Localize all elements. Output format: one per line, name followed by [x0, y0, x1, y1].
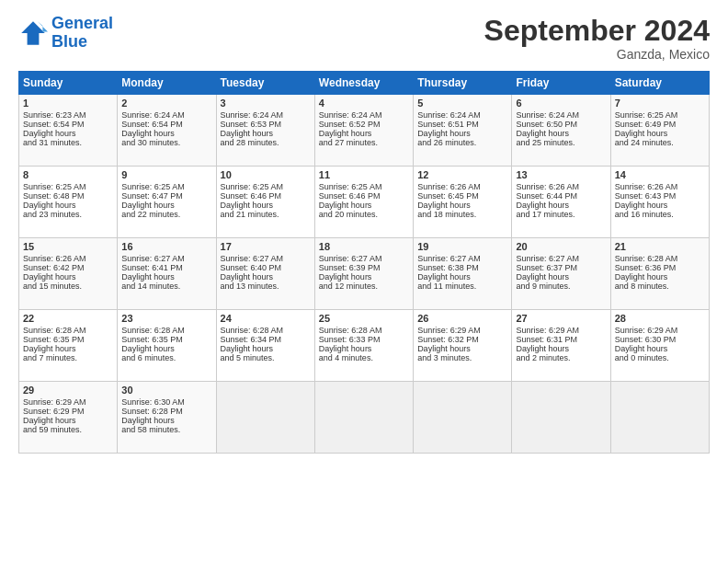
sunset-text: Sunset: 6:54 PM: [121, 120, 183, 129]
table-row: 14Sunrise: 6:26 AMSunset: 6:43 PMDayligh…: [610, 167, 709, 238]
sunrise-text: Sunrise: 6:28 AM: [23, 326, 86, 335]
table-row: 7Sunrise: 6:25 AMSunset: 6:49 PMDaylight…: [610, 95, 709, 167]
table-row: [512, 382, 610, 454]
daylight-value: and 8 minutes.: [615, 282, 669, 291]
day-number: 25: [319, 313, 409, 324]
day-number: 21: [615, 241, 705, 252]
table-row: 6Sunrise: 6:24 AMSunset: 6:50 PMDaylight…: [512, 95, 610, 167]
col-friday: Friday: [512, 72, 610, 95]
sunset-text: Sunset: 6:51 PM: [417, 120, 479, 129]
sunset-text: Sunset: 6:29 PM: [23, 407, 85, 416]
daylight-value: and 17 minutes.: [516, 210, 574, 219]
day-number: 28: [615, 313, 705, 324]
daylight-value: and 30 minutes.: [121, 138, 180, 147]
col-monday: Monday: [118, 72, 216, 95]
daylight-label: Daylight hours: [615, 272, 668, 282]
sunset-text: Sunset: 6:45 PM: [417, 191, 479, 201]
sunrise-text: Sunrise: 6:28 AM: [615, 254, 678, 263]
sunrise-text: Sunrise: 6:26 AM: [23, 254, 86, 263]
daylight-value: and 26 minutes.: [417, 138, 476, 147]
daylight-label: Daylight hours: [516, 344, 569, 353]
day-number: 8: [23, 169, 113, 180]
table-row: 24Sunrise: 6:28 AMSunset: 6:34 PMDayligh…: [216, 310, 314, 382]
daylight-label: Daylight hours: [319, 129, 372, 138]
day-number: 27: [516, 313, 606, 324]
table-row: 25Sunrise: 6:28 AMSunset: 6:33 PMDayligh…: [314, 310, 413, 382]
day-number: 23: [121, 313, 211, 324]
table-row: 28Sunrise: 6:29 AMSunset: 6:30 PMDayligh…: [610, 310, 709, 382]
week-row-4: 22Sunrise: 6:28 AMSunset: 6:35 PMDayligh…: [19, 310, 710, 382]
table-row: 5Sunrise: 6:24 AMSunset: 6:51 PMDaylight…: [414, 95, 512, 167]
daylight-value: and 21 minutes.: [221, 210, 279, 219]
logo-icon: [18, 18, 48, 48]
daylight-label: Daylight hours: [615, 344, 668, 353]
sunset-text: Sunset: 6:33 PM: [319, 335, 381, 344]
table-row: 17Sunrise: 6:27 AMSunset: 6:40 PMDayligh…: [216, 238, 314, 310]
sunset-text: Sunset: 6:35 PM: [23, 335, 85, 344]
daylight-label: Daylight hours: [121, 344, 175, 353]
day-number: 29: [23, 385, 113, 396]
day-number: 18: [319, 241, 409, 252]
day-number: 1: [23, 98, 113, 109]
table-row: 30Sunrise: 6:30 AMSunset: 6:28 PMDayligh…: [118, 382, 216, 454]
sunset-text: Sunset: 6:32 PM: [417, 335, 479, 344]
sunset-text: Sunset: 6:42 PM: [23, 263, 85, 272]
sunrise-text: Sunrise: 6:27 AM: [319, 254, 382, 263]
table-row: 16Sunrise: 6:27 AMSunset: 6:41 PMDayligh…: [118, 238, 216, 310]
table-row: 13Sunrise: 6:26 AMSunset: 6:44 PMDayligh…: [512, 167, 610, 238]
sunrise-text: Sunrise: 6:23 AM: [23, 110, 86, 120]
sunrise-text: Sunrise: 6:28 AM: [319, 326, 382, 335]
header: General Blue September 2024 Ganzda, Mexi…: [18, 15, 710, 62]
sunrise-text: Sunrise: 6:29 AM: [516, 326, 579, 335]
sunset-text: Sunset: 6:50 PM: [516, 120, 577, 129]
daylight-value: and 9 minutes.: [516, 282, 570, 291]
table-row: 19Sunrise: 6:27 AMSunset: 6:38 PMDayligh…: [414, 238, 512, 310]
day-number: 20: [516, 241, 606, 252]
day-number: 3: [221, 98, 311, 109]
daylight-value: and 4 minutes.: [319, 353, 373, 362]
sunrise-text: Sunrise: 6:28 AM: [221, 326, 284, 335]
sunset-text: Sunset: 6:30 PM: [615, 335, 677, 344]
daylight-label: Daylight hours: [319, 272, 372, 282]
daylight-label: Daylight hours: [121, 272, 175, 282]
daylight-label: Daylight hours: [121, 416, 175, 425]
daylight-value: and 13 minutes.: [221, 282, 279, 291]
sunrise-text: Sunrise: 6:25 AM: [319, 182, 382, 191]
day-number: 24: [221, 313, 311, 324]
daylight-label: Daylight hours: [221, 272, 274, 282]
daylight-value: and 58 minutes.: [121, 425, 180, 434]
table-row: 11Sunrise: 6:25 AMSunset: 6:46 PMDayligh…: [314, 167, 413, 238]
table-row: 22Sunrise: 6:28 AMSunset: 6:35 PMDayligh…: [19, 310, 118, 382]
sunrise-text: Sunrise: 6:30 AM: [121, 397, 185, 407]
sunrise-text: Sunrise: 6:27 AM: [221, 254, 284, 263]
sunrise-text: Sunrise: 6:28 AM: [121, 326, 185, 335]
col-saturday: Saturday: [610, 72, 709, 95]
col-wednesday: Wednesday: [314, 72, 413, 95]
sunset-text: Sunset: 6:54 PM: [23, 120, 85, 129]
day-number: 17: [221, 241, 311, 252]
daylight-label: Daylight hours: [417, 344, 471, 353]
sunset-text: Sunset: 6:46 PM: [319, 191, 381, 201]
day-number: 14: [615, 169, 705, 180]
daylight-value: and 12 minutes.: [319, 282, 378, 291]
page: General Blue September 2024 Ganzda, Mexi…: [0, 0, 728, 563]
sunrise-text: Sunrise: 6:29 AM: [615, 326, 678, 335]
daylight-value: and 31 minutes.: [23, 138, 82, 147]
daylight-label: Daylight hours: [319, 201, 372, 210]
table-row: 2Sunrise: 6:24 AMSunset: 6:54 PMDaylight…: [118, 95, 216, 167]
sunset-text: Sunset: 6:41 PM: [121, 263, 183, 272]
col-sunday: Sunday: [19, 72, 118, 95]
day-number: 13: [516, 169, 606, 180]
daylight-value: and 5 minutes.: [221, 353, 275, 362]
sunset-text: Sunset: 6:40 PM: [221, 263, 282, 272]
sunrise-text: Sunrise: 6:25 AM: [615, 110, 678, 120]
table-row: 10Sunrise: 6:25 AMSunset: 6:46 PMDayligh…: [216, 167, 314, 238]
daylight-value: and 24 minutes.: [615, 138, 674, 147]
table-row: [216, 382, 314, 454]
sunrise-text: Sunrise: 6:24 AM: [221, 110, 284, 120]
sunrise-text: Sunrise: 6:25 AM: [121, 182, 185, 191]
week-row-5: 29Sunrise: 6:29 AMSunset: 6:29 PMDayligh…: [19, 382, 710, 454]
day-number: 22: [23, 313, 113, 324]
location: Ganzda, Mexico: [484, 47, 710, 62]
daylight-value: and 3 minutes.: [417, 353, 472, 362]
